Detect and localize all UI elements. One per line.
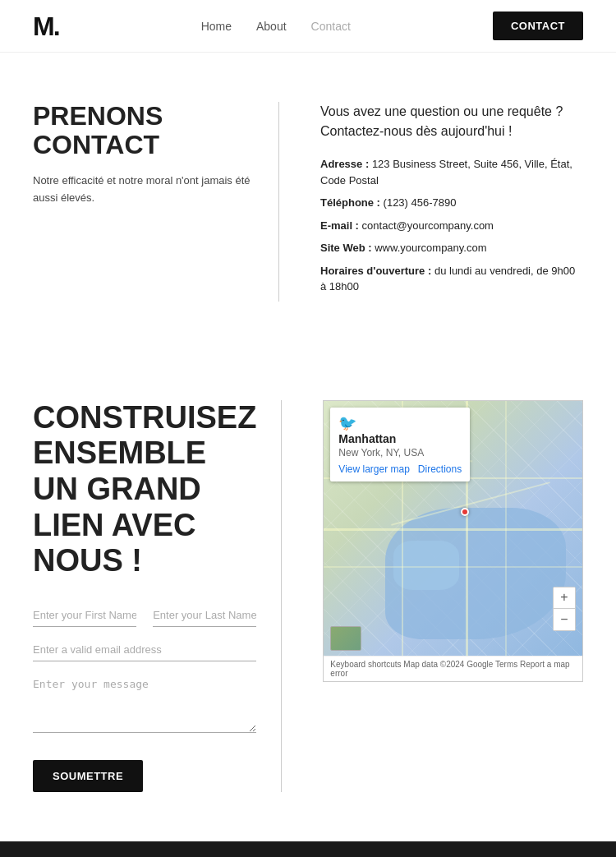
prenons-right: Vous avez une question ou une requête ? … <box>312 102 583 302</box>
submit-button[interactable]: SOUMETTRE <box>33 760 143 792</box>
email-input[interactable] <box>33 638 256 661</box>
header: M. Home About Contact CONTACT <box>0 0 616 53</box>
construisez-section: CONSTRUISEZ ENSEMBLE UN GRAND LIEN AVEC … <box>0 351 616 841</box>
nav-about[interactable]: About <box>256 20 287 33</box>
view-larger-map-link[interactable]: View larger map <box>338 463 409 475</box>
directions-link[interactable]: Directions <box>418 463 462 475</box>
prenons-left: PRENONS CONTACT Notre efficacité et notr… <box>33 102 279 302</box>
prenons-subtitle: Notre efficacité et notre moral n'ont ja… <box>33 173 254 207</box>
message-textarea[interactable] <box>33 673 256 733</box>
map-thumbnail <box>330 626 361 651</box>
contact-header-button[interactable]: CONTACT <box>493 12 583 40</box>
contact-form: SOUMETTRE <box>33 604 256 792</box>
last-name-field <box>153 604 256 627</box>
contact-intro: Vous avez une question ou une requête ? … <box>320 102 583 141</box>
map-zoom-controls: + − <box>553 587 576 631</box>
prenons-contact-section: PRENONS CONTACT Notre efficacité et notr… <box>0 53 616 351</box>
zoom-out-button[interactable]: − <box>554 609 575 630</box>
footer: M. ADRESSE 123 Business Street, Suite 45… <box>0 841 616 857</box>
logo: M. <box>33 13 59 39</box>
nav-home[interactable]: Home <box>201 20 232 33</box>
last-name-input[interactable] <box>153 604 256 627</box>
phone-val: (123) 456-7890 <box>384 196 457 209</box>
web-val: www.yourcompany.com <box>375 242 486 254</box>
zoom-in-button[interactable]: + <box>554 587 575 609</box>
message-field-wrapper <box>33 673 256 735</box>
map-inner: 🐦 Manhattan New York, NY, USA View large… <box>324 401 582 656</box>
first-name-input[interactable] <box>33 604 136 627</box>
web-line: Site Web : www.yourcompany.com <box>320 240 583 256</box>
construisez-title: CONSTRUISEZ ENSEMBLE UN GRAND LIEN AVEC … <box>33 400 256 579</box>
form-name-row <box>33 604 256 627</box>
email-line: E-mail : contact@yourcompany.com <box>320 218 583 234</box>
prenons-title: PRENONS CONTACT <box>33 102 254 159</box>
map-footer: Keyboard shortcuts Map data ©2024 Google… <box>324 656 582 681</box>
construisez-right: 🐦 Manhattan New York, NY, USA View large… <box>315 400 583 792</box>
map-container[interactable]: 🐦 Manhattan New York, NY, USA View large… <box>323 400 583 682</box>
address-line: Adresse : 123 Business Street, Suite 456… <box>320 156 583 188</box>
construisez-left: CONSTRUISEZ ENSEMBLE UN GRAND LIEN AVEC … <box>33 400 282 792</box>
map-place-name: Manhattan <box>338 432 462 445</box>
nav-contact[interactable]: Contact <box>311 20 351 33</box>
contact-info: Adresse : 123 Business Street, Suite 456… <box>320 156 583 295</box>
map-footer-text: Keyboard shortcuts Map data ©2024 Google… <box>330 660 576 678</box>
map-place-sub: New York, NY, USA <box>338 447 462 458</box>
navigation: Home About Contact <box>201 20 351 33</box>
email-field-wrapper <box>33 638 256 661</box>
map-actions: View larger map Directions <box>338 463 462 475</box>
map-info-box: 🐦 Manhattan New York, NY, USA View large… <box>330 408 470 481</box>
map-bird-icon: 🐦 <box>338 414 462 432</box>
first-name-field <box>33 604 136 627</box>
phone-line: Téléphone : (123) 456-7890 <box>320 195 583 211</box>
hours-line: Horaires d'ouverture : du lundi au vendr… <box>320 263 583 295</box>
email-val: contact@yourcompany.com <box>362 219 494 232</box>
